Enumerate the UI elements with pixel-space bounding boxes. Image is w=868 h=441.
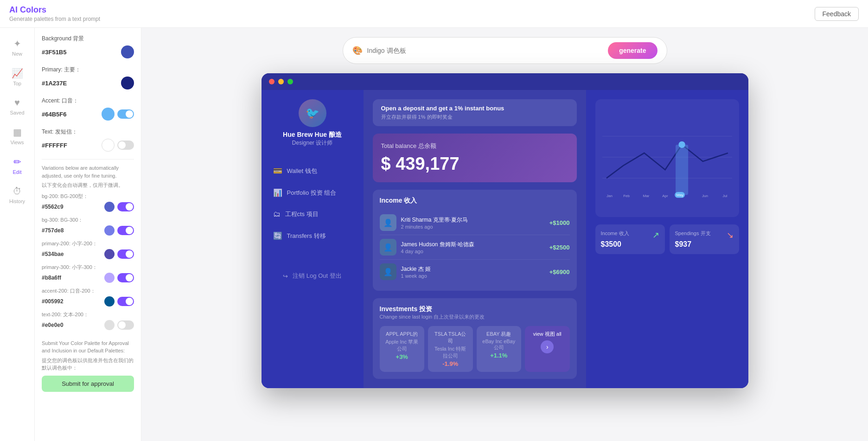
background-color-row: #3F51B5 [42,45,134,58]
stat-card-spendings: Spendings 开支 ↘ $937 [670,224,739,254]
color-variations: bg-200: BG-200型： #5562c9 bg-300: BG-300：… [42,193,134,330]
svg-text:Mar: Mar [643,194,649,198]
ticker-0: APPL APPL的 [384,331,420,338]
income-time-0: 2 minutes ago [401,224,545,230]
accent-toggle[interactable] [117,109,134,119]
new-icon: ✦ [13,38,21,49]
spendings-stat-amount: $937 [675,240,734,249]
color-var-hex-0: #5562c9 [42,204,102,210]
topbar: AI Colors Generate palettes from a text … [0,0,868,28]
investment-item-2[interactable]: EBAY 易趣 eBay Inc eBay公司 +1.1% [477,326,522,372]
avatar: 🐦 [299,99,326,127]
change-2: +1.1% [481,352,517,359]
text-toggle[interactable] [117,141,134,150]
sidebar-item-new[interactable]: ✦ New [0,32,34,62]
color-var-swatch-0[interactable] [104,202,115,212]
generate-button[interactable]: generate [608,42,657,59]
feedback-button[interactable]: Feedback [815,7,859,21]
investment-item-1[interactable]: TSLA TSLA公司 Tesla Inc 特斯拉公司 -1.9% [428,326,473,372]
variations-text: Variations below are automatically adjus… [42,164,134,189]
svg-text:Feb: Feb [623,194,630,198]
color-panel: Background 背景 #3F51B5 Primary: 主要： #1A23… [35,28,141,441]
color-var-toggle-5[interactable] [117,320,134,330]
nav-label-saved: Saved [10,110,24,115]
sidebar-item-saved[interactable]: ♥ Saved [0,92,34,121]
investments-subtitle: Change since last login 自上次登录以来的更改 [380,313,570,320]
primary-color-row: #1A237E [42,77,134,89]
text-swatch[interactable] [102,139,115,152]
svg-text:Jan: Jan [606,194,613,198]
menu-item-transfers[interactable]: 🔄 Transfers 转移 [268,226,357,246]
color-var-toggle-4[interactable] [117,297,134,306]
menu-label-transfers: Transfers 转移 [287,232,326,240]
logout-button[interactable]: ↪ 注销 Log Out 登出 [278,266,346,286]
color-var-swatch-3[interactable] [104,273,115,283]
background-swatch[interactable] [121,45,134,58]
menu-item-wallet[interactable]: 💳 Wallet 钱包 [268,161,357,181]
color-var-swatch-4[interactable] [104,296,115,307]
svg-rect-4 [676,145,688,195]
app-title: AI Colors [9,5,100,15]
color-var-hex-1: #757de8 [42,227,102,234]
app-right-panel: Jan Feb Mar Apr May Jun Jul [586,90,748,388]
search-input[interactable] [367,47,604,54]
color-var-label-5: text-200: 文本-200： [42,311,134,318]
color-var-swatch-5[interactable] [104,320,115,330]
income-amount-0: +$1000 [549,219,570,226]
color-var-toggle-0[interactable] [117,202,134,211]
color-var-swatch-1[interactable] [104,225,115,236]
window-close-dot[interactable] [269,79,274,84]
app-main: Open a deposit and get a 1% instant bonu… [364,90,586,388]
search-palette-icon: 🎨 [352,45,363,56]
change-1: -1.9% [433,360,468,367]
income-amount-2: +$6900 [549,268,570,275]
income-item-0: 👤 Kriti Sharma 克里蒂·夏尔马 2 minutes ago +$1… [380,211,570,235]
sidebar-item-views[interactable]: ▦ Views [0,121,34,151]
color-var-toggle-2[interactable] [117,249,134,259]
view-all-arrow: › [541,340,554,353]
menu-item-portfolio[interactable]: 📊 Portfolio 投资 组合 [268,183,357,203]
primary-label: Primary: 主要： [42,66,134,74]
nav-label-edit: Edit [13,169,22,175]
app-sidebar: 🐦 Hue Brew Hue 酿造 Designer 设计师 💳 Wallet … [262,90,364,388]
color-var-row-0: bg-200: BG-200型： #5562c9 [42,193,134,212]
color-var-label-1: bg-300: BG-300： [42,217,134,224]
accent-swatch[interactable] [102,108,115,121]
svg-text:Jun: Jun [702,194,708,198]
income-stat-label: Income 收入 [601,230,629,237]
menu-item-projects[interactable]: 🗂 工程cts 项目 [268,205,357,224]
investment-item-0[interactable]: APPL APPL的 Apple Inc 苹果公司 +3% [380,326,425,372]
income-info-0: Kriti Sharma 克里蒂·夏尔马 2 minutes ago [401,216,545,230]
banner-title: Open a deposit and get a 1% instant bonu… [381,105,568,112]
primary-swatch[interactable] [121,77,134,89]
window-maximize-dot[interactable] [287,79,293,84]
views-icon: ▦ [13,127,22,138]
income-item-2: 👤 Jackie 杰 姬 1 week ago +$6900 [380,260,570,284]
submit-section: Submit Your Color Palette for Approval a… [42,339,134,392]
view-all-button[interactable]: view 视图 all › [525,326,570,372]
background-label: Background 背景 [42,35,134,43]
accent-label: Accent: 口音： [42,97,134,105]
balance-card: Total balance 总余额 $ 439,177 [373,134,577,182]
app-subtitle: Generate palettes from a text prompt [9,16,100,22]
accent-hex: #64B5F6 [42,111,99,118]
stat-card-income: Income 收入 ↗ $3500 [595,224,665,254]
text-label: Text: 发短信： [42,128,134,136]
sidebar-item-history[interactable]: ⏱ History [0,180,34,210]
panel-divider [42,159,134,160]
color-var-toggle-3[interactable] [117,273,134,282]
color-var-label-4: accent-200: 口音-200： [42,288,134,294]
investments-title: Investments 投资 [380,305,570,313]
color-var-swatch-2[interactable] [104,249,115,259]
sidebar-menu: 💳 Wallet 钱包 📊 Portfolio 投资 组合 🗂 工程cts 项目 [268,161,357,248]
sidebar-item-edit[interactable]: ✏ Edit [0,151,34,180]
sidebar-item-top[interactable]: 📈 Top [0,62,34,92]
color-var-row-1: bg-300: BG-300： #757de8 [42,217,134,236]
investments-card: Investments 投资 Change since last login 自… [373,298,577,379]
submit-button[interactable]: Submit for approval [42,376,134,392]
submit-description: Submit Your Color Palette for Approval a… [42,339,134,372]
window-minimize-dot[interactable] [278,79,284,84]
nav-label-history: History [9,198,25,204]
color-var-toggle-1[interactable] [117,226,134,235]
spendings-trend-icon: ↘ [727,230,734,240]
